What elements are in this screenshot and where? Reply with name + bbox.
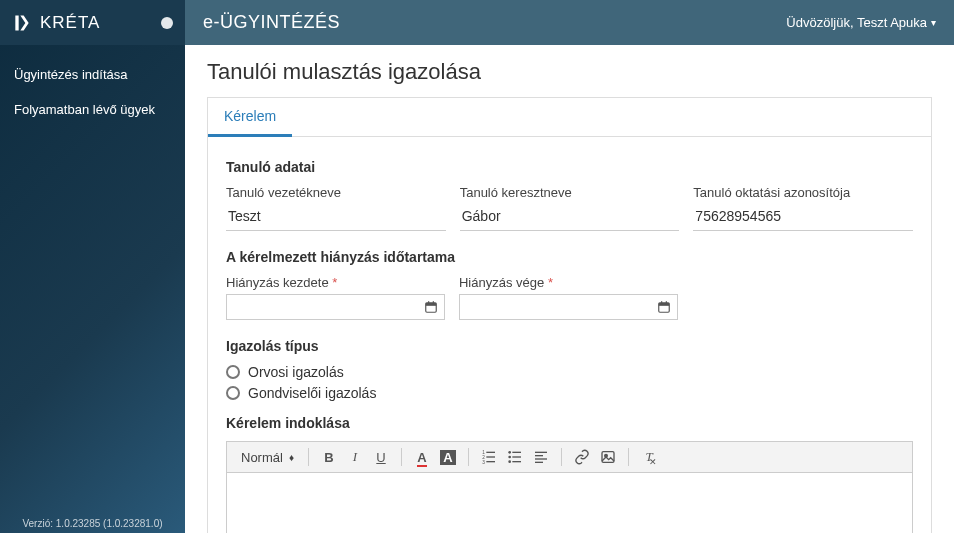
- sidebar-item-in-progress[interactable]: Folyamatban lévő ügyek: [0, 92, 185, 127]
- svg-text:3: 3: [482, 460, 485, 465]
- calendar-icon: [657, 300, 671, 314]
- image-button[interactable]: [596, 446, 620, 468]
- calendar-icon: [424, 300, 438, 314]
- link-button[interactable]: [570, 446, 594, 468]
- text-color-icon: A: [417, 450, 426, 465]
- label: Tanuló oktatási azonosítója: [693, 185, 913, 200]
- main: e-ÜGYINTÉZÉS Üdvözöljük, Teszt Apuka ▾ T…: [185, 0, 954, 533]
- section-type: Igazolás típus: [226, 338, 913, 354]
- brand-name: KRÉTA: [40, 13, 100, 33]
- radio-label: Gondviselői igazolás: [248, 385, 376, 401]
- section-reason: Kérelem indoklása: [226, 415, 913, 431]
- ordered-list-icon: 123: [481, 449, 497, 465]
- sidebar: KRÉTA Ügyintézés indítása Folyamatban lé…: [0, 0, 185, 533]
- separator-icon: [308, 448, 309, 466]
- user-greeting: Üdvözöljük, Teszt Apuka: [786, 15, 927, 30]
- ordered-list-button[interactable]: 123: [477, 446, 501, 468]
- radio-guardian[interactable]: Gondviselői igazolás: [226, 385, 913, 401]
- sidebar-item-label: Folyamatban lévő ügyek: [14, 102, 155, 117]
- version-label: Verzió: 1.0.23285 (1.0.23281.0): [0, 518, 185, 529]
- firstname-input[interactable]: [460, 204, 680, 231]
- sidebar-item-start-case[interactable]: Ügyintézés indítása: [0, 57, 185, 92]
- rte-textarea[interactable]: [227, 473, 912, 533]
- svg-rect-21: [535, 455, 543, 456]
- svg-rect-22: [535, 458, 547, 459]
- italic-button[interactable]: I: [343, 446, 367, 468]
- bold-button[interactable]: B: [317, 446, 341, 468]
- tabs: Kérelem: [208, 98, 931, 137]
- side-nav: Ügyintézés indítása Folyamatban lévő ügy…: [0, 45, 185, 127]
- rte-format-select[interactable]: Normál ♦: [235, 448, 300, 467]
- unordered-list-icon: [507, 449, 523, 465]
- absence-start-input[interactable]: [226, 294, 445, 320]
- section-absence: A kérelmezett hiányzás időtartama: [226, 249, 913, 265]
- svg-rect-1: [426, 303, 437, 306]
- content: Tanulói mulasztás igazolása Kérelem Tanu…: [185, 45, 954, 533]
- label: Hiányzás kezdete *: [226, 275, 445, 290]
- absence-end-input[interactable]: [459, 294, 678, 320]
- field-eduid: Tanuló oktatási azonosítója: [693, 185, 913, 231]
- required-mark: *: [332, 275, 337, 290]
- sidebar-item-label: Ügyintézés indítása: [14, 67, 127, 82]
- svg-rect-11: [486, 456, 495, 457]
- brand-logo-icon: [12, 13, 32, 33]
- field-firstname: Tanuló keresztneve: [460, 185, 680, 231]
- image-icon: [600, 449, 616, 465]
- tab-label: Kérelem: [224, 108, 276, 124]
- radio-medical[interactable]: Orvosi igazolás: [226, 364, 913, 380]
- svg-rect-19: [512, 461, 521, 462]
- svg-rect-15: [512, 452, 521, 453]
- align-left-icon: [533, 449, 549, 465]
- svg-rect-13: [486, 461, 495, 462]
- section-student: Tanuló adatai: [226, 159, 913, 175]
- tab-request[interactable]: Kérelem: [208, 98, 292, 137]
- clear-format-button[interactable]: T✕: [637, 446, 661, 468]
- rte-format-label: Normál: [241, 450, 283, 465]
- radio-icon: [226, 365, 240, 379]
- text-color-button[interactable]: A: [410, 446, 434, 468]
- separator-icon: [401, 448, 402, 466]
- absence-start-text[interactable]: [233, 300, 424, 315]
- svg-point-14: [508, 451, 511, 454]
- svg-rect-23: [535, 462, 543, 463]
- svg-rect-9: [486, 452, 495, 453]
- field-absence-end: Hiányzás vége *: [459, 275, 678, 320]
- svg-rect-3: [433, 301, 434, 304]
- card-body: Tanuló adatai Tanuló vezetékneve Tanuló …: [208, 137, 931, 533]
- svg-rect-7: [666, 301, 667, 304]
- svg-rect-5: [659, 303, 670, 306]
- field-absence-start: Hiányzás kezdete *: [226, 275, 445, 320]
- italic-icon: I: [353, 449, 357, 465]
- form-card: Kérelem Tanuló adatai Tanuló vezetékneve…: [207, 97, 932, 533]
- radio-icon: [226, 386, 240, 400]
- clear-format-icon: T✕: [645, 449, 652, 465]
- svg-rect-6: [661, 301, 662, 304]
- bg-color-button[interactable]: A: [436, 446, 460, 468]
- rte-toolbar: Normál ♦ B I U: [227, 442, 912, 473]
- link-icon: [574, 449, 590, 465]
- eduid-input[interactable]: [693, 204, 913, 231]
- separator-icon: [468, 448, 469, 466]
- align-button[interactable]: [529, 446, 553, 468]
- svg-rect-17: [512, 456, 521, 457]
- label: Tanuló keresztneve: [460, 185, 680, 200]
- rich-text-editor: Normál ♦ B I U: [226, 441, 913, 533]
- underline-icon: U: [376, 450, 385, 465]
- label: Hiányzás vége *: [459, 275, 678, 290]
- radio-label: Orvosi igazolás: [248, 364, 344, 380]
- svg-point-18: [508, 460, 511, 463]
- separator-icon: [628, 448, 629, 466]
- absence-end-text[interactable]: [466, 300, 657, 315]
- svg-rect-2: [428, 301, 429, 304]
- underline-button[interactable]: U: [369, 446, 393, 468]
- unordered-list-button[interactable]: [503, 446, 527, 468]
- user-menu[interactable]: Üdvözöljük, Teszt Apuka ▾: [786, 15, 936, 30]
- app-title: e-ÜGYINTÉZÉS: [203, 12, 340, 33]
- brand: KRÉTA: [0, 0, 185, 45]
- chevron-down-icon: ▾: [931, 17, 936, 28]
- label: Tanuló vezetékneve: [226, 185, 446, 200]
- lastname-input[interactable]: [226, 204, 446, 231]
- svg-rect-20: [535, 452, 547, 453]
- required-mark: *: [548, 275, 553, 290]
- svg-point-16: [508, 456, 511, 459]
